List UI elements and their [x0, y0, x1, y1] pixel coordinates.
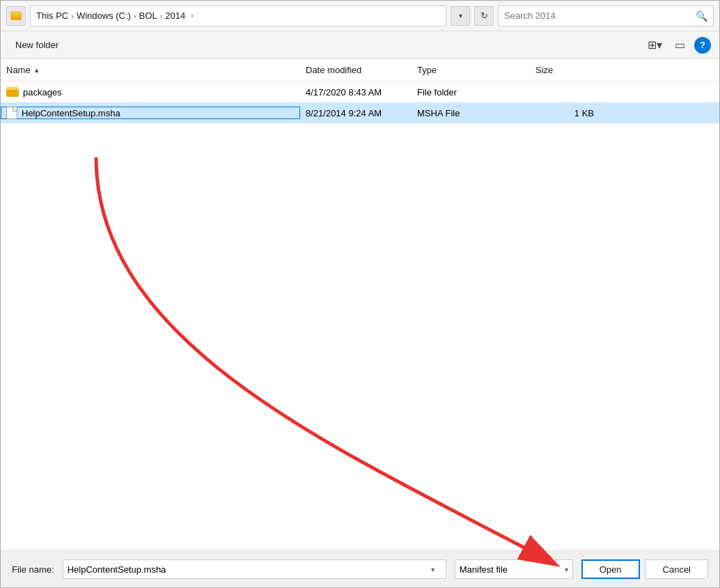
breadcrumb-sep-2: ›	[134, 12, 136, 20]
table-row[interactable]: packages 4/17/2020 8:43 AM File folder	[1, 82, 719, 102]
bottom-bar: File name: ▾ Manifest file ▾ Open Cancel	[1, 550, 719, 587]
breadcrumb-item-thispc[interactable]: This PC	[36, 10, 68, 21]
filename-label: File name:	[12, 564, 54, 575]
search-input[interactable]	[504, 10, 696, 21]
sort-options-button[interactable]: ⊞▾	[644, 36, 665, 55]
breadcrumb-sep-3: ›	[160, 12, 163, 20]
breadcrumb-sep-1: ›	[71, 12, 74, 20]
search-icon: 🔍	[696, 10, 707, 22]
open-button[interactable]: Open	[581, 559, 640, 579]
breadcrumb-item-drive[interactable]: Windows (C:)	[77, 10, 131, 21]
drive-label: Windows (C:)	[77, 10, 131, 21]
filename-input[interactable]	[68, 564, 425, 575]
file-size-helpcontent: 1 KB	[530, 108, 600, 118]
address-bar: This PC › Windows (C:) › BOL › 2014 › ▾ …	[1, 1, 719, 31]
breadcrumb-item-2014[interactable]: 2014	[165, 10, 185, 21]
file-date-helpcontent: 8/21/2014 9:24 AM	[300, 108, 412, 118]
file-list: packages 4/17/2020 8:43 AM File folder H…	[1, 82, 719, 550]
file-type-packages: File folder	[412, 87, 530, 98]
column-headers: Name ▲ Date modified Type Size	[1, 59, 719, 82]
new-folder-label: New folder	[15, 40, 58, 50]
dropdown-button[interactable]: ▾	[451, 6, 470, 26]
breadcrumb-item-bol[interactable]: BOL	[139, 10, 157, 21]
file-icon	[6, 107, 17, 119]
toolbar: New folder ⊞▾ ▭ ?	[1, 31, 719, 59]
filetype-label: Manifest file	[460, 564, 565, 575]
table-row[interactable]: HelpContentSetup.msha 8/21/2014 9:24 AM …	[1, 102, 719, 123]
breadcrumb[interactable]: This PC › Windows (C:) › BOL › 2014 ›	[30, 6, 446, 26]
filetype-arrow-icon: ▾	[565, 566, 568, 573]
folder-icon-small	[10, 11, 22, 20]
new-folder-button[interactable]: New folder	[9, 36, 65, 54]
bol-label: BOL	[139, 10, 157, 21]
file-type-helpcontent: MSHA File	[412, 108, 530, 118]
breadcrumb-expand-button[interactable]: ›	[188, 10, 196, 21]
filename-dropdown-button[interactable]: ▾	[425, 560, 441, 578]
thispc-label: This PC	[36, 10, 68, 21]
action-buttons: Open Cancel	[581, 559, 708, 579]
file-name-helpcontent[interactable]: HelpContentSetup.msha	[1, 107, 300, 119]
col-date-modified[interactable]: Date modified	[300, 62, 412, 78]
back-recent-button[interactable]	[6, 6, 26, 26]
file-name-packages[interactable]: packages	[1, 87, 300, 98]
filename-input-wrap[interactable]: ▾	[63, 559, 446, 579]
sort-arrow-name: ▲	[33, 66, 40, 74]
folder-icon	[6, 87, 19, 97]
col-type[interactable]: Type	[412, 62, 530, 78]
year-label: 2014	[165, 10, 185, 21]
file-date-packages: 4/17/2020 8:43 AM	[300, 87, 412, 98]
preview-button[interactable]: ▭	[669, 36, 690, 55]
col-size[interactable]: Size	[530, 62, 600, 78]
help-button[interactable]: ?	[694, 37, 711, 54]
col-name[interactable]: Name ▲	[1, 62, 300, 78]
filetype-select[interactable]: Manifest file ▾	[455, 559, 573, 579]
cancel-button[interactable]: Cancel	[645, 559, 708, 579]
search-box[interactable]: 🔍	[498, 6, 714, 26]
help-icon: ?	[700, 40, 705, 50]
refresh-button[interactable]: ↻	[474, 6, 494, 26]
